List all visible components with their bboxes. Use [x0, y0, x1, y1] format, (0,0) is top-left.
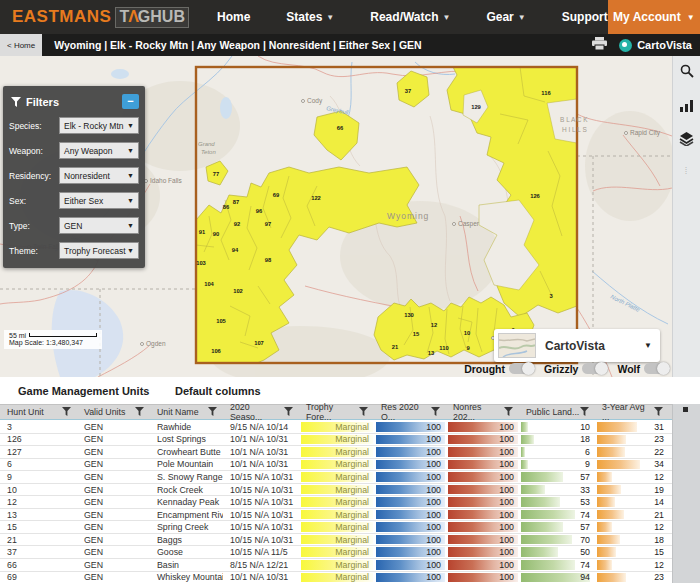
unit-label-96[interactable]: 96: [256, 208, 263, 214]
black-hills-label-1: B L A C K: [560, 116, 588, 123]
column-header-3-year-avg-[interactable]: 3-Year Avg ...: [595, 405, 669, 419]
unit-label-106[interactable]: 106: [211, 348, 221, 354]
eastmans-taghub-logo[interactable]: EASTMANS TΛGHUB: [12, 7, 189, 28]
table-scrollbar-gutter[interactable]: [672, 404, 700, 583]
layers-icon[interactable]: [679, 132, 694, 150]
back-home-tab[interactable]: < Home: [0, 34, 42, 56]
table-row[interactable]: 3 GEN Rawhide 9/15 N/A 10/14 Marginal 10…: [0, 421, 672, 434]
filter-dropdown-residency-[interactable]: Nonresident▼: [59, 167, 139, 184]
column-header-valid-units[interactable]: Valid Units: [77, 405, 150, 419]
unit-label-86[interactable]: 86: [223, 204, 230, 210]
my-account-button[interactable]: My Account▼: [608, 0, 700, 34]
nav-item-read-watch[interactable]: Read/Watch▼: [370, 10, 450, 24]
unit-label-77[interactable]: 77: [213, 171, 219, 177]
unit-label-15[interactable]: 15: [413, 331, 420, 337]
column-header-res-2020-o-[interactable]: Res 2020 O...: [374, 405, 446, 419]
table-row[interactable]: 6 GEN Pole Mountain 10/1 N/A 10/31 Margi…: [0, 459, 672, 472]
table-row[interactable]: 127 GEN Crowheart Butte 10/1 N/A 10/31 M…: [0, 446, 672, 459]
unit-label-126[interactable]: 126: [530, 193, 540, 199]
unit-label-12[interactable]: 12: [431, 322, 437, 328]
unit-label-116[interactable]: 116: [541, 90, 551, 96]
column-header-trophy-fore-[interactable]: Trophy Fore...: [299, 405, 374, 419]
filter-row: Type: GEN▼: [9, 217, 139, 234]
unit-label-10[interactable]: 10: [464, 330, 470, 336]
table-row[interactable]: 12 GEN Kennaday Peak 10/15 N/A 10/31 Mar…: [0, 496, 672, 509]
table-row[interactable]: 15 GEN Spring Creek 10/15 N/A 10/31 Marg…: [0, 521, 672, 534]
column-filter-icon[interactable]: [504, 407, 513, 418]
cell-valid-units: GEN: [77, 559, 150, 571]
unit-label-94[interactable]: 94: [232, 247, 239, 253]
table-row[interactable]: 21 GEN Baggs 10/15 N/A 10/31 Marginal 10…: [0, 534, 672, 547]
basemap-selector[interactable]: CartoVista ▼: [494, 329, 660, 362]
minimize-filters-button[interactable]: −: [122, 94, 139, 109]
unit-label-69[interactable]: 69: [273, 192, 280, 198]
filter-dropdown-weapon-[interactable]: Any Weapon▼: [59, 142, 139, 159]
print-icon[interactable]: [592, 36, 607, 54]
unit-label-98[interactable]: 98: [265, 257, 272, 263]
cell-unit-name: Lost Springs: [150, 434, 223, 446]
table-row[interactable]: 37 GEN Goose 10/15 N/A 11/5 Marginal 100…: [0, 546, 672, 559]
unit-label-37[interactable]: 37: [405, 88, 411, 94]
filter-dropdown-theme-[interactable]: Trophy Forecast▼: [59, 242, 139, 259]
column-header-2020-seaso-[interactable]: 2020 Seaso...: [223, 405, 299, 419]
cell-public-land: 10: [519, 421, 595, 433]
unit-label-110[interactable]: 110: [439, 345, 448, 351]
unit-label-90[interactable]: 90: [213, 231, 219, 237]
table-row[interactable]: 69 GEN Whiskey Mountain 10/1 N/A 10/31 M…: [0, 572, 672, 583]
nav-item-states[interactable]: States▼: [286, 10, 334, 24]
unit-label-97[interactable]: 97: [265, 221, 271, 227]
column-header-unit-name[interactable]: Unit Name: [150, 405, 223, 419]
unit-label-91[interactable]: 91: [199, 229, 206, 235]
toggle-label: Grizzly: [544, 363, 578, 375]
toggle-grizzly[interactable]: [582, 363, 608, 374]
column-filter-icon[interactable]: [431, 407, 440, 418]
unit-label-13[interactable]: 13: [428, 350, 435, 356]
table-row[interactable]: 66 GEN Basin 8/15 N/A 12/21 Marginal 100…: [0, 559, 672, 572]
column-filter-icon[interactable]: [359, 407, 368, 418]
cell-hunt-unit: 69: [0, 572, 77, 583]
default-columns-button[interactable]: Default columns: [175, 385, 261, 397]
chart-icon[interactable]: [680, 98, 694, 116]
column-filter-icon[interactable]: [284, 407, 293, 418]
unit-label-104[interactable]: 104: [204, 281, 214, 287]
filter-dropdown-sex-[interactable]: Either Sex▼: [59, 192, 139, 209]
map-scale-box: 55 mi Map Scale: 1:3,480,347: [4, 330, 102, 349]
column-header-public-land-[interactable]: Public Land...: [519, 405, 595, 419]
map-area[interactable]: Wyoming B L A C K H I L L S Grand Teton …: [0, 56, 700, 377]
cell-3yr-avg: 21: [595, 509, 669, 521]
cartovista-brand[interactable]: CartoVista: [619, 39, 692, 52]
unit-label-130[interactable]: 130: [404, 312, 414, 318]
cell-season: 8/15 N/A 12/21: [223, 559, 299, 571]
column-filter-icon[interactable]: [62, 407, 71, 418]
table-row[interactable]: 9 GEN S. Snowy Range 10/15 N/A 10/31 Mar…: [0, 471, 672, 484]
unit-label-103[interactable]: 103: [196, 260, 206, 266]
unit-label-129[interactable]: 129: [471, 104, 481, 110]
column-header-hunt-unit[interactable]: Hunt Unit: [0, 405, 77, 419]
unit-label-66[interactable]: 66: [337, 125, 344, 131]
column-header-nonres-202-[interactable]: Nonres 202...: [446, 405, 519, 419]
unit-label-21[interactable]: 21: [392, 344, 399, 350]
table-row[interactable]: 10 GEN Rock Creek 10/15 N/A 10/31 Margin…: [0, 484, 672, 497]
search-icon[interactable]: [680, 64, 694, 82]
filter-dropdown-type-[interactable]: GEN▼: [59, 217, 139, 234]
unit-label-105[interactable]: 105: [216, 318, 226, 324]
unit-label-122[interactable]: 122: [311, 195, 321, 201]
table-row[interactable]: 126 GEN Lost Springs 10/1 N/A 10/31 Marg…: [0, 434, 672, 447]
layer-toggle: Grizzly: [544, 363, 608, 375]
unit-label-87[interactable]: 87: [233, 199, 239, 205]
column-filter-icon[interactable]: [208, 407, 217, 418]
column-filter-icon[interactable]: [654, 407, 663, 418]
unit-label-102[interactable]: 102: [233, 288, 243, 294]
nav-item-support[interactable]: Support: [562, 10, 608, 24]
unit-label-92[interactable]: 92: [234, 221, 240, 227]
table-row[interactable]: 13 GEN Encampment River 10/15 N/A 10/31 …: [0, 509, 672, 522]
toggle-wolf[interactable]: [644, 363, 670, 374]
unit-label-107[interactable]: 107: [254, 340, 264, 346]
column-filter-icon[interactable]: [580, 407, 589, 418]
column-filter-icon[interactable]: [135, 407, 144, 418]
toggle-drought[interactable]: [509, 363, 535, 374]
filter-dropdown-species-[interactable]: Elk - Rocky Mtn▼: [59, 117, 139, 134]
nav-item-gear[interactable]: Gear▼: [486, 10, 525, 24]
nav-item-home[interactable]: Home: [217, 10, 250, 24]
more-icon[interactable]: ⁞: [685, 166, 689, 176]
